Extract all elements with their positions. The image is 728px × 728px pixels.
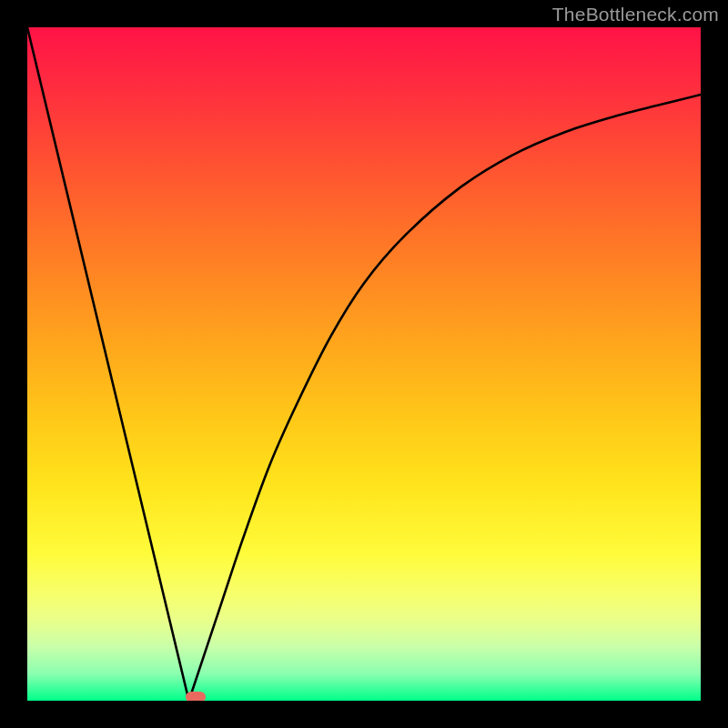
attribution-text: TheBottleneck.com [552,4,719,25]
right-curve-path [189,95,701,701]
curve-svg [27,27,701,701]
chart-container: TheBottleneck.com [0,0,728,728]
plot-area [27,27,701,701]
min-marker [186,692,206,701]
left-line-path [27,27,189,701]
